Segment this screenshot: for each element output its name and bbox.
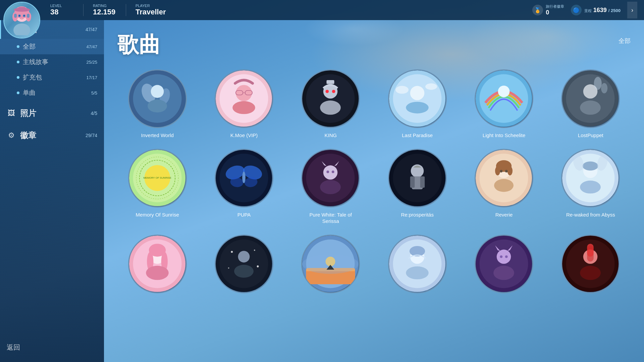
song-item-11[interactable]: Re-waked from Abyss <box>551 149 631 225</box>
song-item-12[interactable] <box>117 235 197 297</box>
song-name-1: K.Moe (VIP) <box>230 132 258 139</box>
sub-all-count: 47/47 <box>86 44 97 49</box>
topbar-left: Level 38 Rating 12.159 Player Traveller <box>47 4 166 16</box>
svg-point-17 <box>151 85 164 98</box>
sidebar-bottom: 返回 <box>0 333 104 362</box>
song-name-3: Last Paradise <box>402 132 433 139</box>
arrow-button[interactable]: › <box>627 2 637 18</box>
song-item-10[interactable]: Reverie <box>464 149 544 225</box>
song-circle-4 <box>475 69 533 128</box>
svg-point-77 <box>495 166 500 175</box>
photos-count: 4/5 <box>91 111 97 116</box>
svg-point-18 <box>148 100 167 113</box>
svg-point-47 <box>601 83 607 94</box>
rating-label: Rating <box>93 4 120 8</box>
song-item-8[interactable]: Pure White: Tale of Serissa <box>291 149 371 225</box>
song-item-9[interactable]: Re:prosperitás <box>377 149 457 225</box>
svg-point-31 <box>326 90 329 93</box>
song-circle-12 <box>128 235 187 293</box>
svg-rect-7 <box>14 14 17 18</box>
song-circle-5 <box>561 69 620 128</box>
sub-single-count: 5/5 <box>91 90 97 96</box>
svg-point-65 <box>332 170 334 173</box>
svg-point-37 <box>395 86 409 94</box>
badge-section: 🏅 旅行者徽章 0 <box>532 4 564 16</box>
back-button[interactable]: 返回 <box>7 340 97 355</box>
divider-2 <box>126 4 126 16</box>
svg-point-128 <box>580 265 601 280</box>
sidebar-item-badges[interactable]: ⚙ 徽章 29/74 <box>0 126 104 145</box>
svg-text:MEMORY OF SUNRISE: MEMORY OF SUNRISE <box>143 176 171 179</box>
main-content: 歌曲 全部 Inverted WorldK.Moe (VIP)KINGLast … <box>104 20 644 362</box>
song-item-15[interactable] <box>377 235 457 297</box>
svg-rect-6 <box>18 7 25 10</box>
svg-point-116 <box>406 266 429 279</box>
svg-point-119 <box>497 249 511 263</box>
song-item-16[interactable] <box>464 235 544 297</box>
badge-label: 旅行者徽章 <box>546 4 564 9</box>
song-item-3[interactable]: Last Paradise <box>377 69 457 139</box>
topbar: Level 38 Rating 12.159 Player Traveller … <box>0 0 644 20</box>
svg-point-122 <box>493 265 514 280</box>
song-item-17[interactable] <box>551 235 631 297</box>
filter-button[interactable]: 全部 <box>619 37 631 45</box>
svg-point-14 <box>133 74 181 123</box>
sidebar-item-photos[interactable]: 🖼 照片 4/5 <box>0 104 104 123</box>
song-circle-0 <box>128 69 187 128</box>
sidebar-sub-single[interactable]: 单曲 5/5 <box>0 85 104 101</box>
svg-point-12 <box>23 15 25 16</box>
song-circle-7 <box>215 149 273 207</box>
song-name-7: PUPA <box>237 212 251 218</box>
badges-count: 29/74 <box>86 133 97 138</box>
svg-point-86 <box>580 180 601 193</box>
mileage-text: 里程 1639 / 2500 <box>584 7 621 14</box>
svg-point-80 <box>505 170 508 172</box>
song-circle-11 <box>561 149 620 207</box>
sidebar-sub-exp[interactable]: 扩充包 17/17 <box>0 70 104 85</box>
mileage-section: 🔵 里程 1639 / 2500 <box>571 5 621 15</box>
song-item-0[interactable]: Inverted World <box>117 69 197 139</box>
svg-point-1 <box>13 23 30 35</box>
song-item-6[interactable]: MEMORY OF SUNRISEMemory Of Sunrise <box>117 149 197 225</box>
sub-exp-label: 扩充包 <box>23 73 83 82</box>
song-circle-8 <box>301 149 360 207</box>
song-item-1[interactable]: K.Moe (VIP) <box>204 69 284 139</box>
song-item-4[interactable]: Light Into Scheelite <box>464 69 544 139</box>
svg-point-105 <box>234 264 254 278</box>
player-label: Player <box>136 4 166 8</box>
dot-icon-3 <box>17 76 19 79</box>
song-name-6: Memory Of Sunrise <box>136 212 179 218</box>
song-name-9: Re:prosperitás <box>401 212 434 218</box>
badge-icon: 🏅 <box>532 5 543 15</box>
song-item-13[interactable] <box>204 235 284 297</box>
song-name-11: Re-waked from Abyss <box>566 212 615 218</box>
song-circle-9 <box>388 149 447 207</box>
svg-point-111 <box>302 254 359 274</box>
sub-exp-count: 17/17 <box>86 75 97 80</box>
song-circle-10 <box>475 149 533 207</box>
song-name-2: KING <box>324 132 337 139</box>
avatar[interactable] <box>3 2 40 39</box>
svg-point-63 <box>323 165 337 179</box>
song-name-8: Pure White: Tale of Serissa <box>301 212 360 225</box>
sidebar-sub-main[interactable]: 主线故事 25/25 <box>0 54 104 70</box>
sub-main-count: 25/25 <box>86 60 97 65</box>
song-item-7[interactable]: PUPA <box>204 149 284 225</box>
level-value: 38 <box>50 8 77 16</box>
svg-point-85 <box>583 161 598 170</box>
svg-point-78 <box>507 166 513 175</box>
svg-point-43 <box>566 74 615 123</box>
svg-point-121 <box>505 255 508 258</box>
svg-rect-71 <box>410 176 415 188</box>
song-item-5[interactable]: LostPuppet <box>551 69 631 139</box>
player-section: Player Traveller <box>136 4 166 16</box>
songs-count: 47/47 <box>86 27 97 32</box>
svg-point-25 <box>232 101 255 114</box>
svg-point-21 <box>236 85 252 101</box>
svg-point-81 <box>494 179 514 192</box>
sidebar-sub-all[interactable]: 全部 47/47 <box>0 39 104 54</box>
player-value: Traveller <box>136 8 166 16</box>
song-item-14[interactable] <box>291 235 371 297</box>
song-item-2[interactable]: KING <box>291 69 371 139</box>
sub-single-label: 单曲 <box>23 88 88 97</box>
